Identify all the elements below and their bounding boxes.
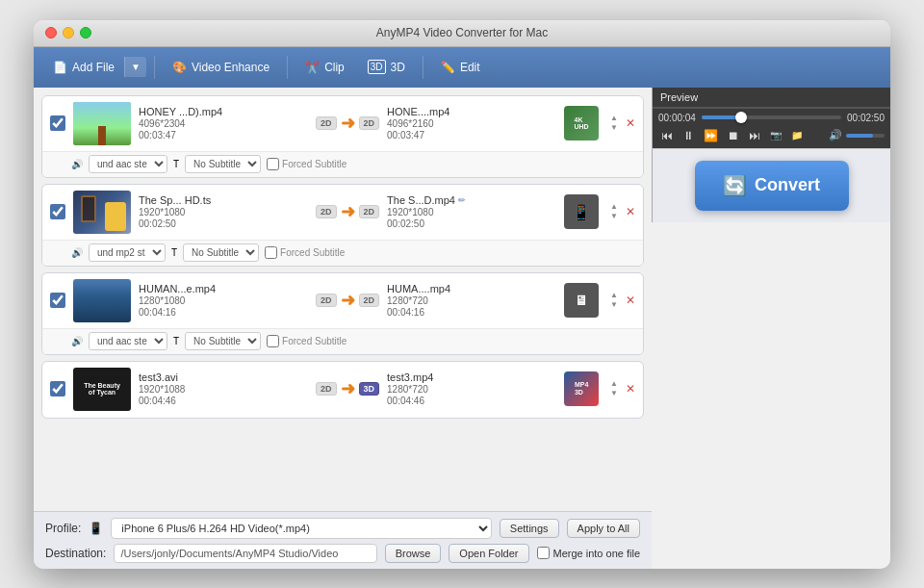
traffic-lights	[45, 27, 91, 38]
close-file-1[interactable]: ✕	[626, 116, 635, 130]
file-dur-1: 00:03:47	[139, 130, 308, 141]
forced-subtitle-check-2[interactable]	[265, 246, 277, 259]
file-checkbox-4[interactable]	[50, 381, 65, 396]
file-item-2: The Sp... HD.ts 1920*1080 00:02:50 2D ➜ …	[41, 184, 644, 267]
bottom-bar: Profile: 📱 iPhone 6 Plus/6 H.264 HD Vide…	[34, 511, 652, 569]
destination-input[interactable]	[114, 544, 376, 563]
scroll-arrows-1[interactable]: ▲ ▼	[610, 115, 618, 132]
video-enhance-icon: 🎨	[172, 61, 187, 74]
clip-button[interactable]: ✂️ Clip	[295, 56, 354, 79]
output-name-2: The S...D.mp4 ✏	[387, 194, 556, 206]
clip-icon: ✂️	[305, 61, 320, 74]
stop-button[interactable]: ⏹	[725, 127, 742, 144]
progress-bar[interactable]	[702, 115, 841, 119]
titlebar: AnyMP4 Video Converter for Mac	[34, 20, 890, 47]
file-checkbox-3[interactable]	[50, 293, 65, 308]
forced-subtitle-check-1[interactable]	[267, 158, 279, 170]
badge-2d-out-2: 2D	[359, 205, 380, 218]
maximize-button[interactable]	[80, 27, 91, 38]
fast-forward-button[interactable]: ⏩	[701, 127, 721, 144]
audio-select-2[interactable]: und mp2 st	[89, 243, 166, 262]
file-list: HONEY ...D).mp4 4096*2304 00:03:47 2D ➜ …	[34, 88, 652, 511]
file-item-main-1: HONEY ...D).mp4 4096*2304 00:03:47 2D ➜ …	[42, 96, 643, 151]
badge-2d-in-1: 2D	[316, 116, 337, 130]
open-folder-button[interactable]: Open Folder	[449, 544, 528, 563]
edit-button[interactable]: ✏️ Edit	[431, 56, 490, 79]
close-file-3[interactable]: ✕	[626, 294, 635, 307]
minimize-button[interactable]	[63, 27, 74, 38]
thumbnail-2	[73, 191, 131, 234]
preview-panel: Preview	[652, 88, 890, 148]
scroll-arrows-2[interactable]: ▲ ▼	[610, 203, 618, 220]
edit-icon: ✏️	[441, 61, 455, 74]
play-button[interactable]: ⏸	[680, 127, 697, 144]
add-file-icon: 📄	[53, 61, 67, 74]
output-name-1: HONE....mp4	[387, 106, 556, 117]
format-icon-4: MP43D	[564, 371, 599, 406]
output-info-3: HUMA....mp4 1280*720 00:04:16	[387, 283, 556, 318]
add-file-group[interactable]: 📄 Add File ▼	[43, 56, 146, 79]
apply-all-button[interactable]: Apply to All	[567, 519, 640, 538]
browse-button[interactable]: Browse	[385, 544, 442, 563]
thumbnail-4: The Beautyof Tycan	[73, 368, 131, 411]
controls-row: ⏮ ⏸ ⏩ ⏹ ⏭ 📷 📁 🔊	[658, 127, 885, 144]
time-row: 00:00:04 00:02:50	[658, 113, 885, 123]
door-decoration	[81, 195, 96, 222]
format-icon-3: 🖥	[564, 283, 599, 318]
forced-subtitle-check-3[interactable]	[267, 335, 279, 347]
scroll-arrows-4[interactable]: ▲ ▼	[610, 380, 618, 397]
output-dur-1: 00:03:47	[387, 130, 556, 141]
3d-button[interactable]: 3D 3D	[358, 55, 415, 79]
file-info-2: The Sp... HD.ts 1920*1080 00:02:50	[139, 194, 308, 229]
progress-thumb	[735, 112, 747, 123]
file-name-4: test3.avi	[139, 371, 308, 383]
merge-checkbox[interactable]	[537, 547, 550, 559]
subtitle-select-2[interactable]: No Subtitle	[183, 243, 259, 262]
volume-bar[interactable]	[846, 134, 885, 138]
char-body	[105, 202, 126, 231]
forced-subtitle-1: Forced Subtitle	[267, 158, 346, 170]
folder-button[interactable]: 📁	[788, 128, 806, 142]
close-file-4[interactable]: ✕	[626, 382, 635, 396]
close-file-2[interactable]: ✕	[626, 205, 635, 218]
audio-select-3[interactable]: und aac ste	[89, 332, 167, 350]
profile-select[interactable]: iPhone 6 Plus/6 H.264 HD Video(*.mp4)	[111, 518, 491, 539]
badge-2d-in-3: 2D	[316, 294, 337, 307]
output-res-3: 1280*720	[387, 295, 556, 306]
arrow-1: ➜	[341, 113, 355, 134]
file-res-2: 1920*1080	[139, 207, 308, 217]
file-item-bottom-1: 🔊 und aac ste T No Subtitle Forced Subti…	[42, 151, 643, 177]
file-checkbox-1[interactable]	[50, 115, 65, 131]
edit-output-2[interactable]: ✏	[458, 195, 466, 205]
close-button[interactable]	[45, 27, 57, 38]
3d-label: 3D	[391, 61, 405, 74]
badge-3d-out-4: 3D	[359, 382, 380, 396]
video-enhance-label: Video Enhance	[192, 61, 270, 74]
conversion-arrow-2: 2D ➜ 2D	[316, 201, 379, 222]
file-checkbox-2[interactable]	[50, 204, 65, 219]
skip-back-button[interactable]: ⏮	[658, 127, 676, 144]
conversion-arrow-4: 2D ➜ 3D	[316, 378, 379, 399]
add-file-label: Add File	[72, 61, 115, 74]
app-window: AnyMP4 Video Converter for Mac 📄 Add Fil…	[34, 20, 890, 569]
settings-button[interactable]: Settings	[500, 519, 559, 538]
audio-icon-1: 🔊	[71, 159, 83, 169]
screenshot-button[interactable]: 📷	[767, 128, 784, 142]
subtitle-select-3[interactable]: No Subtitle	[185, 332, 261, 350]
convert-button[interactable]: 🔄 Convert	[695, 161, 849, 211]
output-res-2: 1920*1080	[387, 207, 556, 217]
video-enhance-button[interactable]: 🎨 Video Enhance	[163, 56, 279, 79]
format-icon-1: 4KUHD	[564, 106, 599, 141]
time-current: 00:00:04	[658, 113, 696, 123]
file-list-panel: HONEY ...D).mp4 4096*2304 00:03:47 2D ➜ …	[34, 88, 652, 569]
subtitle-select-1[interactable]: No Subtitle	[185, 155, 261, 173]
add-file-button[interactable]: 📄 Add File	[43, 56, 124, 79]
audio-icon-2: 🔊	[71, 247, 83, 258]
scroll-arrows-3[interactable]: ▲ ▼	[610, 292, 618, 309]
3d-icon: 3D	[368, 60, 386, 74]
file-res-1: 4096*2304	[139, 118, 308, 129]
arrow-4: ➜	[341, 378, 355, 399]
skip-forward-button[interactable]: ⏭	[746, 127, 763, 144]
add-file-dropdown-button[interactable]: ▼	[124, 57, 146, 77]
audio-select-1[interactable]: und aac ste	[89, 155, 167, 173]
